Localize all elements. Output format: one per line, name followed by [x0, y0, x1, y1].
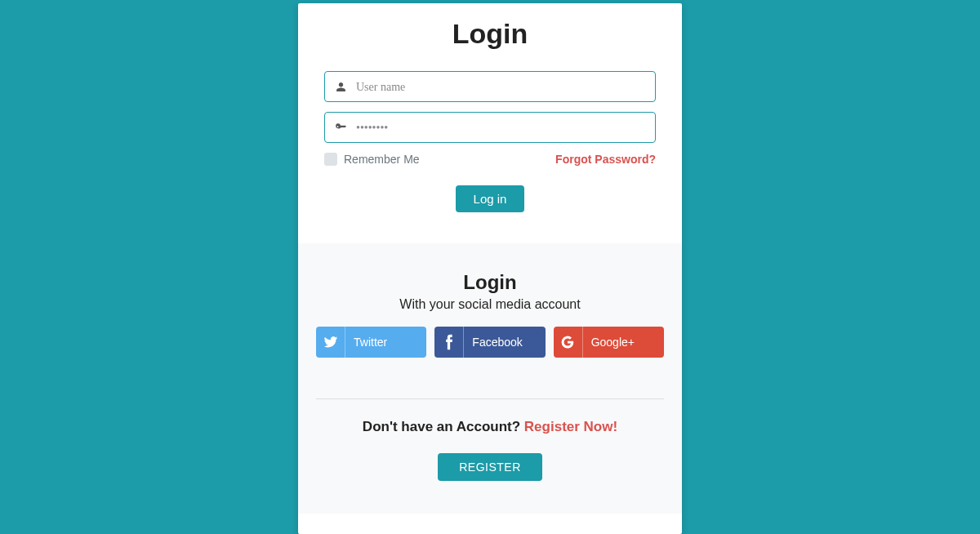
password-input[interactable] — [356, 121, 647, 134]
username-input[interactable] — [356, 80, 647, 93]
social-title: Login — [316, 271, 664, 294]
remember-me[interactable]: Remember Me — [324, 153, 420, 166]
forgot-password-link[interactable]: Forgot Password? — [555, 153, 656, 166]
social-register-section: Login With your social media account Twi… — [298, 243, 682, 514]
facebook-button[interactable]: Facebook — [434, 327, 545, 358]
twitter-button[interactable]: Twitter — [316, 327, 426, 358]
checkbox-icon[interactable] — [324, 153, 337, 166]
twitter-icon — [316, 327, 345, 358]
register-button[interactable]: REGISTER — [438, 453, 542, 481]
username-field-wrapper[interactable] — [324, 71, 656, 102]
remember-me-label: Remember Me — [344, 153, 420, 166]
facebook-icon — [434, 327, 464, 358]
google-icon — [554, 327, 583, 358]
login-form-section: Login Remember Me Forgot Password? Log i… — [298, 3, 682, 243]
login-card: Login Remember Me Forgot Password? Log i… — [298, 3, 682, 534]
page-title: Login — [324, 18, 656, 50]
register-prompt: Don't have an Account? Register Now! — [316, 419, 664, 435]
divider — [316, 398, 664, 399]
twitter-label: Twitter — [345, 327, 426, 358]
facebook-label: Facebook — [464, 327, 545, 358]
login-button[interactable]: Log in — [456, 185, 525, 212]
user-icon — [333, 82, 348, 92]
social-buttons: Twitter Facebook Google+ — [316, 327, 664, 358]
google-label: Google+ — [583, 327, 664, 358]
register-now-link[interactable]: Register Now! — [524, 419, 617, 434]
password-field-wrapper[interactable] — [324, 112, 656, 143]
register-prompt-text: Don't have an Account? — [363, 419, 524, 434]
options-row: Remember Me Forgot Password? — [324, 153, 656, 166]
social-tagline: With your social media account — [316, 297, 664, 312]
key-icon — [333, 122, 348, 133]
google-button[interactable]: Google+ — [554, 327, 664, 358]
